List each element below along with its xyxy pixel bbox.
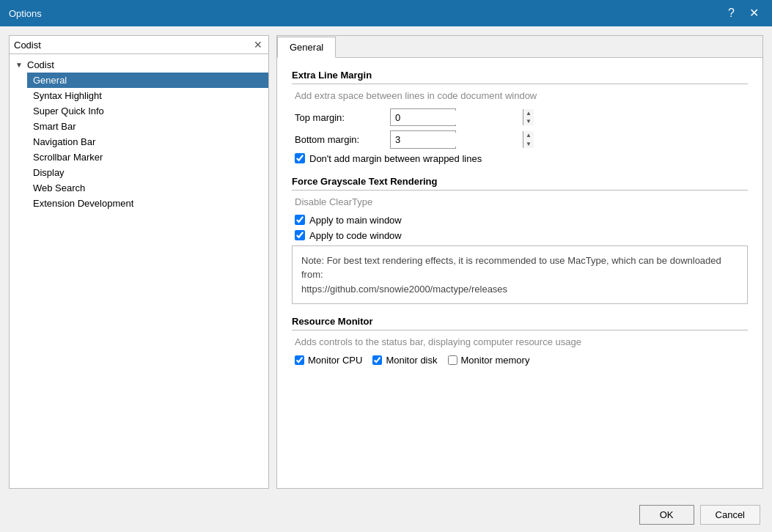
sidebar-item-label-web-search: Web Search xyxy=(33,182,85,193)
monitor-item-memory: Monitor memory xyxy=(448,355,530,366)
section-force-grayscale: Force Grayscale Text Rendering Disable C… xyxy=(292,176,748,305)
window-title: Options xyxy=(9,8,42,19)
monitor-cpu-label: Monitor CPU xyxy=(308,355,362,366)
tree-root-label: Codist xyxy=(27,59,54,70)
apply-main-label: Apply to main window xyxy=(309,215,402,226)
sidebar-item-label-super-quick-info: Super Quick Info xyxy=(33,106,104,117)
section-extra-line-margin: Extra Line Margin Add extra space betwee… xyxy=(292,70,748,164)
monitor-disk-checkbox[interactable] xyxy=(372,355,382,365)
sidebar-item-super-quick-info[interactable]: Super Quick Info xyxy=(27,103,268,119)
ok-button[interactable]: OK xyxy=(639,505,694,525)
sidebar-item-syntax-highlight[interactable]: Syntax Highlight xyxy=(27,88,268,103)
tree-children: General Syntax Highlight Super Quick Inf… xyxy=(10,73,268,211)
checkbox-row-no-wrap-margin: Don't add margin between wrapped lines xyxy=(292,153,748,164)
sidebar-item-label-scrollbar-marker: Scrollbar Marker xyxy=(33,152,103,163)
bottom-margin-spinner-buttons: ▲ ▼ xyxy=(523,131,534,147)
sidebar-item-general[interactable]: General xyxy=(27,73,268,88)
section-title-extra-line-margin: Extra Line Margin xyxy=(292,70,748,84)
apply-main-checkbox[interactable] xyxy=(295,215,305,225)
top-margin-increment[interactable]: ▲ xyxy=(523,109,534,117)
apply-code-label: Apply to code window xyxy=(309,230,402,241)
tree-node-codist[interactable]: ▼ Codist xyxy=(10,57,268,73)
bottom-margin-spinner: ▲ ▼ xyxy=(390,130,456,148)
search-box-container: ✕ xyxy=(10,36,268,54)
left-panel: ✕ ▼ Codist General Syntax Highlight xyxy=(9,35,269,489)
note-box: Note: For best text rendering effects, i… xyxy=(292,245,748,305)
options-dialog: Options ? ✕ ✕ ▼ Codist Gene xyxy=(0,0,772,532)
tab-content: Extra Line Margin Add extra space betwee… xyxy=(277,58,762,488)
checkbox-row-apply-code: Apply to code window xyxy=(292,230,748,241)
sidebar-item-label-smart-bar: Smart Bar xyxy=(33,121,76,132)
monitor-disk-label: Monitor disk xyxy=(386,355,437,366)
tree-toggle-icon: ▼ xyxy=(15,61,24,69)
sidebar-item-label-extension-development: Extension Development xyxy=(33,198,133,209)
section-desc-force-grayscale: Disable ClearType xyxy=(292,196,748,207)
bottom-margin-increment[interactable]: ▲ xyxy=(523,131,534,139)
sidebar-item-web-search[interactable]: Web Search xyxy=(27,180,268,196)
dialog-footer: OK Cancel xyxy=(0,498,772,532)
bottom-margin-decrement[interactable]: ▼ xyxy=(523,140,534,148)
sidebar-item-extension-development[interactable]: Extension Development xyxy=(27,196,268,211)
sidebar-item-label-general: General xyxy=(33,75,67,86)
section-title-resource-monitor: Resource Monitor xyxy=(292,316,748,330)
sidebar-item-scrollbar-marker[interactable]: Scrollbar Marker xyxy=(27,149,268,165)
apply-code-checkbox[interactable] xyxy=(295,230,305,240)
section-desc-resource-monitor: Adds controls to the status bar, display… xyxy=(292,336,748,347)
help-button[interactable]: ? xyxy=(724,6,739,21)
sidebar-item-navigation-bar[interactable]: Navigation Bar xyxy=(27,134,268,149)
right-panel: General Extra Line Margin Add extra spac… xyxy=(276,35,763,489)
checkbox-row-apply-main: Apply to main window xyxy=(292,215,748,226)
bottom-margin-input[interactable] xyxy=(391,133,523,147)
sidebar-item-label-syntax-highlight: Syntax Highlight xyxy=(33,90,102,101)
search-clear-button[interactable]: ✕ xyxy=(252,39,264,51)
form-row-bottom-margin: Bottom margin: ▲ ▼ xyxy=(292,130,748,148)
form-row-top-margin: Top margin: ▲ ▼ xyxy=(292,108,748,126)
tree-container: ▼ Codist General Syntax Highlight Super … xyxy=(10,54,268,488)
top-margin-label: Top margin: xyxy=(295,112,390,123)
monitor-row: Monitor CPU Monitor disk Monitor memory xyxy=(292,355,748,366)
monitor-memory-label: Monitor memory xyxy=(461,355,530,366)
section-title-force-grayscale: Force Grayscale Text Rendering xyxy=(292,176,748,191)
section-resource-monitor: Resource Monitor Adds controls to the st… xyxy=(292,316,748,366)
sidebar-item-label-display: Display xyxy=(33,167,65,178)
close-button[interactable]: ✕ xyxy=(745,6,763,21)
tab-general[interactable]: General xyxy=(277,37,336,58)
cancel-button[interactable]: Cancel xyxy=(700,505,760,525)
title-bar: Options ? ✕ xyxy=(0,0,772,26)
tab-bar: General xyxy=(277,36,762,58)
title-bar-controls: ? ✕ xyxy=(724,6,763,21)
section-desc-extra-line-margin: Add extra space between lines in code do… xyxy=(292,90,748,101)
tab-general-label: General xyxy=(290,42,323,53)
no-wrap-margin-checkbox[interactable] xyxy=(295,153,305,163)
top-margin-input[interactable] xyxy=(391,111,523,125)
dialog-body: ✕ ▼ Codist General Syntax Highlight xyxy=(0,26,772,498)
tree-root: ▼ Codist General Syntax Highlight Super … xyxy=(10,57,268,211)
top-margin-decrement[interactable]: ▼ xyxy=(523,117,534,125)
monitor-item-disk: Monitor disk xyxy=(372,355,437,366)
monitor-item-cpu: Monitor CPU xyxy=(295,355,362,366)
top-margin-spinner-buttons: ▲ ▼ xyxy=(523,109,534,125)
monitor-memory-checkbox[interactable] xyxy=(448,355,457,365)
sidebar-item-display[interactable]: Display xyxy=(27,165,268,180)
top-margin-spinner: ▲ ▼ xyxy=(390,108,456,126)
bottom-margin-label: Bottom margin: xyxy=(295,134,390,145)
search-input[interactable] xyxy=(14,40,249,51)
sidebar-item-label-navigation-bar: Navigation Bar xyxy=(33,136,95,147)
note-text: Note: For best text rendering effects, i… xyxy=(301,255,721,295)
sidebar-item-smart-bar[interactable]: Smart Bar xyxy=(27,119,268,134)
no-wrap-margin-label: Don't add margin between wrapped lines xyxy=(309,153,482,164)
monitor-cpu-checkbox[interactable] xyxy=(295,355,304,365)
